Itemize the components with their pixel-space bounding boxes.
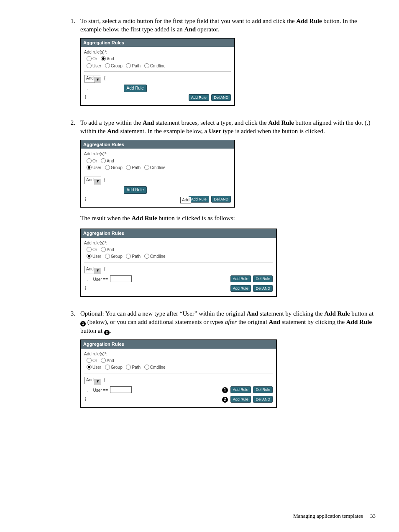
chevron-down-icon: ▼	[95, 379, 101, 385]
radio-row-type: User Group Path Cmdline	[87, 164, 231, 170]
add-tooltip: Add	[180, 197, 191, 203]
radio-and[interactable]: And	[101, 358, 114, 363]
radio-row-operator: Or And	[87, 56, 231, 62]
open-brace: {	[104, 76, 105, 80]
radio-row-type: User Group Path Cmdline	[87, 254, 273, 260]
add-rule-button-outer[interactable]: Add Rule	[230, 285, 251, 292]
aggregation-rules-panel-1: Aggregation Rules Add rule(s)*: Or And U…	[80, 38, 235, 106]
radio-and[interactable]: And	[101, 247, 114, 252]
radio-user[interactable]: User	[87, 365, 101, 370]
radio-group[interactable]: Group	[105, 165, 123, 170]
rule-open-line: And▼ {	[84, 377, 273, 384]
chevron-down-icon: ▼	[95, 268, 101, 274]
panel-title: Aggregation Rules	[81, 140, 234, 149]
radio-cmdline[interactable]: Cmdline	[144, 64, 166, 68]
and-select[interactable]: And▼	[84, 177, 101, 184]
add-rule-button-inner[interactable]: Add Rule	[124, 186, 147, 194]
radio-path[interactable]: Path	[126, 365, 141, 370]
add-rule-button-outer[interactable]: Add Rule	[189, 196, 209, 203]
radio-user[interactable]: User	[87, 254, 101, 259]
and-select[interactable]: And▼	[84, 75, 101, 82]
radio-group[interactable]: Group	[105, 365, 123, 370]
callout-1-inline: 1	[80, 321, 86, 326]
close-brace: }	[85, 95, 86, 99]
step-number: 1.	[65, 17, 75, 25]
open-brace: {	[104, 267, 105, 271]
panel-title: Aggregation Rules	[81, 340, 276, 349]
radio-path[interactable]: Path	[126, 165, 141, 170]
radio-and[interactable]: And	[101, 159, 114, 163]
del-rule-button[interactable]: Del Rule	[253, 275, 273, 282]
dot-marker: .	[87, 188, 88, 192]
radio-group[interactable]: Group	[105, 64, 123, 68]
del-and-button[interactable]: Del AND	[211, 196, 231, 203]
add-rule-button-inner[interactable]: Add Rule	[124, 85, 147, 92]
radio-cmdline[interactable]: Cmdline	[144, 254, 166, 259]
user-value-input[interactable]	[110, 386, 132, 393]
add-rule-button-inner[interactable]: Add Rule	[230, 386, 251, 393]
step1-text: To start, select a radio button for the …	[80, 18, 357, 33]
dot-marker: .	[87, 277, 88, 282]
rule-open-line: And▼ {	[84, 266, 273, 273]
del-and-button[interactable]: Del AND	[253, 396, 273, 403]
radio-row-operator: Or And	[87, 358, 273, 364]
step-number: 2.	[65, 118, 75, 127]
radio-or[interactable]: Or	[87, 358, 97, 363]
panel-title: Aggregation Rules	[81, 39, 234, 47]
radio-row-operator: Or And	[87, 158, 231, 164]
page-footer: Managing application templates 33	[293, 513, 376, 519]
aggregation-rules-panel-2: Aggregation Rules Add rule(s)*: Or And U…	[80, 140, 235, 208]
user-eq-label: User ==	[93, 388, 108, 393]
radio-or[interactable]: Or	[87, 247, 97, 252]
add-rules-label: Add rule(s)*:	[84, 151, 231, 157]
add-rules-label: Add rule(s)*:	[84, 49, 231, 55]
step-number: 3.	[65, 309, 75, 318]
add-rule-button-inner[interactable]: Add Rule	[230, 275, 251, 282]
dot-marker: .	[87, 86, 88, 90]
open-brace: {	[104, 177, 105, 182]
add-rules-label: Add rule(s)*:	[84, 240, 273, 246]
radio-user[interactable]: User	[87, 165, 101, 170]
rule-open-line: And▼ {	[84, 75, 231, 82]
aggregation-rules-panel-3: Aggregation Rules Add rule(s)*: Or And U…	[80, 229, 277, 297]
and-select[interactable]: And▼	[84, 377, 101, 384]
chevron-down-icon: ▼	[95, 77, 101, 83]
radio-user[interactable]: User	[87, 64, 101, 68]
del-and-button[interactable]: Del AND	[211, 94, 231, 101]
user-eq-label: User ==	[93, 277, 108, 282]
radio-row-type: User Group Path Cmdline	[87, 63, 231, 69]
rule-open-line: And▼ {	[84, 177, 231, 184]
add-rules-label: Add rule(s)*:	[84, 351, 273, 357]
close-brace: }	[85, 285, 86, 290]
radio-cmdline[interactable]: Cmdline	[144, 165, 166, 170]
page-number: 33	[370, 513, 376, 519]
close-brace: }	[85, 196, 86, 201]
footer-section: Managing application templates	[293, 513, 363, 519]
radio-row-type: User Group Path Cmdline	[87, 365, 273, 370]
add-rule-button-outer[interactable]: Add Rule	[230, 396, 251, 403]
radio-and[interactable]: And	[101, 57, 114, 61]
step2-result-text: The result when the Add Rule button is c…	[80, 214, 376, 222]
close-brace: }	[85, 396, 86, 401]
panel-title: Aggregation Rules	[81, 229, 276, 238]
step2-text: To add a type within the And statement b…	[80, 119, 370, 134]
radio-cmdline[interactable]: Cmdline	[144, 365, 166, 370]
radio-or[interactable]: Or	[87, 57, 97, 61]
radio-or[interactable]: Or	[87, 159, 97, 163]
chevron-down-icon: ▼	[95, 179, 101, 185]
radio-path[interactable]: Path	[126, 254, 141, 259]
user-value-input[interactable]	[110, 275, 132, 282]
callout-2-inline: 2	[104, 330, 110, 335]
del-rule-button[interactable]: Del Rule	[253, 386, 273, 393]
step3-text: Optional: You can add a new type after “…	[80, 310, 373, 334]
radio-row-operator: Or And	[87, 247, 273, 253]
open-brace: {	[104, 378, 105, 382]
add-rule-button-outer[interactable]: Add Rule	[189, 94, 209, 101]
and-select[interactable]: And▼	[84, 266, 101, 273]
del-and-button[interactable]: Del AND	[253, 285, 273, 292]
radio-group[interactable]: Group	[105, 254, 123, 259]
radio-path[interactable]: Path	[126, 64, 141, 68]
aggregation-rules-panel-4: Aggregation Rules Add rule(s)*: Or And U…	[80, 339, 277, 408]
callout-1-marker: 1	[222, 387, 228, 393]
callout-2-marker: 2	[222, 397, 228, 403]
